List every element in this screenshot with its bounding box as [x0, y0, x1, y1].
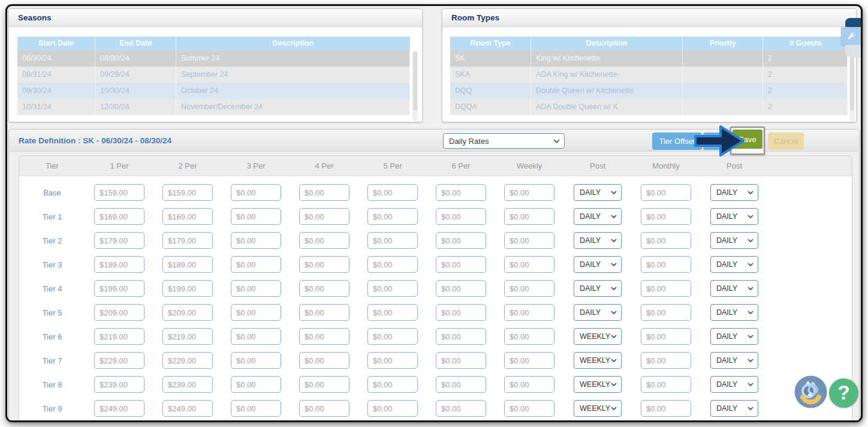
rate-input-monthly[interactable]: [641, 304, 691, 321]
room-type-row[interactable]: SKAADA King w/ Kitchenette-2: [450, 67, 848, 83]
help-button[interactable]: ?: [829, 378, 858, 408]
rate-input-p1[interactable]: [94, 352, 144, 369]
rate-input-p3[interactable]: [231, 376, 281, 393]
rate-input-monthly[interactable]: [641, 376, 691, 393]
rate-input-p2[interactable]: [162, 280, 213, 297]
room-type-col-header[interactable]: Priority: [683, 37, 763, 50]
room-type-row[interactable]: SKKing w/ Kitchenette2: [450, 50, 848, 67]
weekly-post-select[interactable]: WEEKLY: [574, 352, 622, 369]
rate-input-p2[interactable]: [162, 256, 213, 273]
weekly-post-select[interactable]: WEEKLY: [574, 328, 622, 345]
rate-input-p1[interactable]: [94, 184, 144, 201]
season-row[interactable]: 06/30/2408/30/24Summer 24: [17, 50, 410, 67]
rate-input-p6[interactable]: [436, 352, 486, 369]
rate-input-p5[interactable]: [367, 376, 418, 393]
rate-input-p3[interactable]: [231, 328, 281, 345]
rate-input-p6[interactable]: [436, 184, 486, 201]
rate-input-weekly[interactable]: [504, 232, 554, 249]
rate-input-p5[interactable]: [367, 352, 418, 369]
rate-input-p6[interactable]: [436, 328, 486, 345]
rate-input-p3[interactable]: [231, 400, 281, 417]
rate-input-p5[interactable]: [367, 304, 418, 321]
rate-input-p2[interactable]: [162, 304, 213, 321]
season-col-header[interactable]: End Date: [95, 37, 176, 50]
rate-input-monthly[interactable]: [641, 328, 691, 345]
room-types-scrollbar[interactable]: [849, 50, 855, 121]
rate-input-weekly[interactable]: [504, 376, 554, 393]
rate-input-weekly[interactable]: [504, 256, 554, 273]
rate-input-p2[interactable]: [162, 328, 213, 345]
rate-input-weekly[interactable]: [504, 304, 554, 321]
rate-input-p1[interactable]: [94, 376, 144, 393]
room-type-row[interactable]: DQQAADA Double Queen w/ K2: [450, 99, 848, 115]
room-type-col-header[interactable]: # Guests: [763, 37, 848, 50]
rate-input-weekly[interactable]: [504, 208, 554, 225]
rate-input-p4[interactable]: [299, 328, 349, 345]
monthly-post-select[interactable]: DAILY: [710, 328, 758, 345]
rate-input-weekly[interactable]: [504, 400, 554, 417]
rate-input-p6[interactable]: [436, 400, 486, 417]
rate-input-weekly[interactable]: [504, 328, 554, 345]
rate-input-p6[interactable]: [436, 256, 486, 273]
weekly-post-select[interactable]: DAILY: [574, 184, 622, 201]
monthly-post-select[interactable]: DAILY: [710, 256, 758, 273]
rate-input-p5[interactable]: [367, 400, 418, 417]
rate-input-monthly[interactable]: [641, 208, 691, 225]
rate-input-p5[interactable]: [367, 232, 418, 249]
cancel-button[interactable]: Cancel: [768, 133, 804, 150]
season-row[interactable]: 10/31/2412/30/24November/December 24: [17, 99, 410, 115]
rate-input-p2[interactable]: [162, 232, 213, 249]
rate-input-p6[interactable]: [436, 208, 486, 225]
rate-input-p6[interactable]: [436, 280, 486, 297]
monthly-post-select[interactable]: DAILY: [710, 352, 758, 369]
weekly-post-select[interactable]: DAILY: [574, 280, 622, 297]
rate-input-p4[interactable]: [299, 232, 349, 249]
season-row[interactable]: 08/31/2409/29/24September 24: [17, 67, 410, 83]
rate-input-p2[interactable]: [162, 352, 213, 369]
save-button[interactable]: Save: [733, 130, 762, 149]
season-row[interactable]: 09/30/2410/30/24October 24: [17, 83, 410, 99]
rate-input-p5[interactable]: [367, 328, 418, 345]
rate-input-p5[interactable]: [367, 208, 418, 225]
room-type-col-header[interactable]: Room Type: [450, 37, 531, 50]
rate-input-p4[interactable]: [299, 400, 349, 417]
rate-input-p3[interactable]: [231, 304, 281, 321]
room-types-scrollbar-thumb[interactable]: [850, 52, 854, 110]
monthly-post-select[interactable]: DAILY: [710, 184, 758, 201]
rate-input-p1[interactable]: [94, 208, 144, 225]
rate-input-p4[interactable]: [299, 376, 349, 393]
rate-input-p5[interactable]: [367, 256, 418, 273]
rate-input-p3[interactable]: [231, 232, 281, 249]
rate-input-p4[interactable]: [299, 352, 349, 369]
rate-input-p2[interactable]: [162, 400, 213, 417]
rate-type-select[interactable]: Daily Rates: [443, 133, 565, 149]
room-type-row[interactable]: DQQDouble Queen w/ Kitchenette2: [450, 83, 848, 99]
weekly-post-select[interactable]: DAILY: [574, 304, 622, 321]
rate-input-p6[interactable]: [436, 232, 486, 249]
rate-input-p3[interactable]: [231, 208, 281, 225]
monthly-post-select[interactable]: DAILY: [710, 280, 758, 297]
seasons-scrollbar[interactable]: [412, 50, 418, 121]
monthly-post-select[interactable]: DAILY: [710, 376, 758, 393]
rate-input-p3[interactable]: [231, 256, 281, 273]
tier-offset-button[interactable]: Tier Offset: [652, 133, 702, 150]
seasons-scrollbar-thumb[interactable]: [413, 52, 417, 110]
monthly-post-select[interactable]: DAILY: [710, 400, 758, 417]
monthly-post-select[interactable]: DAILY: [710, 304, 758, 321]
room-type-col-header[interactable]: Description: [531, 37, 683, 50]
rate-input-p6[interactable]: [436, 376, 486, 393]
rate-input-p2[interactable]: [162, 376, 213, 393]
rate-input-p1[interactable]: [94, 328, 144, 345]
weekly-post-select[interactable]: WEEKLY: [574, 376, 622, 393]
rate-input-weekly[interactable]: [504, 184, 554, 201]
rate-input-monthly[interactable]: [641, 400, 691, 417]
rate-input-p4[interactable]: [299, 280, 349, 297]
wrench-button[interactable]: [841, 27, 861, 45]
rate-input-monthly[interactable]: [641, 232, 691, 249]
weekly-post-select[interactable]: WEEKLY: [574, 400, 622, 417]
season-col-header[interactable]: Description: [176, 37, 410, 50]
rate-input-p1[interactable]: [94, 280, 144, 297]
rate-input-p3[interactable]: [231, 352, 281, 369]
rate-input-p4[interactable]: [299, 256, 349, 273]
support-logo-icon[interactable]: [794, 375, 827, 408]
